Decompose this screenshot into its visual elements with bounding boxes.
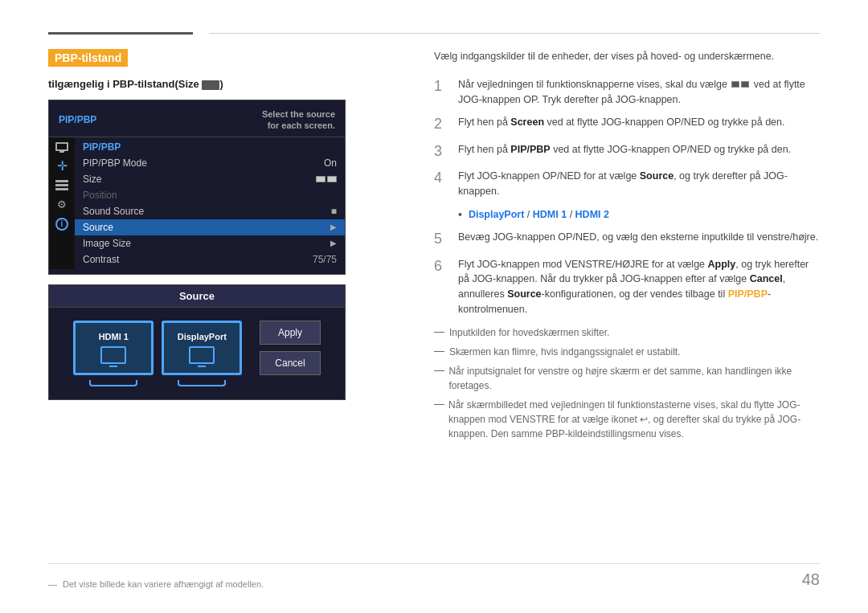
osd-body: ✛ ⚙ i [49,137,345,269]
source-screen-hdmi1: HDMI 1 [73,321,154,386]
osd-item-contrast: Contrast 75/75 [75,251,345,268]
osd-header-desc: Select the sourcefor each screen. [262,108,335,132]
bullet-displayport: DisplayPort / HDMI 1 / HDMI 2 [458,207,820,223]
osd-item-image-size: Image Size ▶ [75,235,345,251]
monitor-stand-dp [178,380,226,386]
layers-shape [55,180,68,191]
page-title-box: PBP-tilstand [48,49,128,67]
source-buttons: Apply Cancel [260,321,320,375]
osd-menu-header: PIP/PBP Select the sourcefor each screen… [49,105,345,137]
info-shape: i [55,218,68,231]
osd-item-pip-pbp: PIP/PBP [75,139,345,155]
note-2: — Skærmen kan flimre, hvis indgangssigna… [434,345,820,359]
osd-items: PIP/PBP PIP/PBP Mode On Size [75,137,345,269]
osd-item-source[interactable]: Source ▶ [75,219,345,235]
osd-item-sound-source: Sound Source ■ [75,203,345,219]
source-box: Source HDMI 1 [48,284,346,400]
source-monitor-hdmi1: HDMI 1 [73,321,154,375]
source-screen-dp: DisplayPort [162,321,242,386]
monitor-icon [54,141,70,153]
left-column: PBP-tilstand tilgængelig i PBP-tilstand(… [48,49,394,555]
osd-menu: PIP/PBP Select the sourcefor each screen… [48,100,346,275]
osd-header-label: PIP/PBP [59,114,96,125]
note-4: — Når skærmbilledet med vejledningen til… [434,398,820,441]
cancel-button[interactable]: Cancel [260,351,320,375]
arrows-shape: ✛ [55,160,68,173]
page-title: PBP-tilstand [55,51,121,64]
top-line-right [209,33,820,34]
monitor-stand-hdmi1 [89,380,137,386]
footer-note: — Det viste billede kan variere afhængig… [48,579,264,589]
notes-section: — Inputkilden for hovedskærmen skifter. … [434,325,820,441]
layers-icon [54,179,70,192]
right-column: Vælg indgangskilder til de enheder, der … [426,49,820,555]
osd-item-mode: PIP/PBP Mode On [75,155,345,171]
osd-item-position: Position [75,187,345,203]
step-1: 1 Når vejledningen til funktionsknappern… [434,77,820,108]
subtitle: tilgængelig i PBP-tilstand(Size ) [48,78,394,90]
top-line-left [48,32,193,35]
step-4: 4 Flyt JOG-knappen OP/NED for at vælge S… [434,169,820,199]
step-6: 6 Flyt JOG-knappen mod VENSTRE/HØJRE for… [434,257,820,317]
osd-sidebar: ✛ ⚙ i [49,137,75,269]
gear-icon: ⚙ [54,198,70,211]
dp-label: DisplayPort [178,332,227,341]
arrows-icon: ✛ [54,160,70,173]
step-5: 5 Bevæg JOG-knappen OP/NED, og vælg den … [434,230,820,248]
top-decorative-lines [48,32,820,35]
source-header: Source [49,285,345,308]
page-number: 48 [802,570,820,589]
page-container: PBP-tilstand tilgængelig i PBP-tilstand(… [0,0,868,613]
gear-shape: ⚙ [55,198,68,211]
source-monitor-dp: DisplayPort [162,321,242,375]
monitor-icon-hdmi1 [100,346,126,364]
source-screens: HDMI 1 DisplayPort [73,321,242,386]
step-2: 2 Flyt hen på Screen ved at flytte JOG-k… [434,115,820,133]
step-3: 3 Flyt hen på PIP/PBP ved at flytte JOG-… [434,142,820,161]
size-icon [202,80,219,90]
hdmi1-label: HDMI 1 [99,332,129,341]
monitor-icon-dp [189,346,215,364]
note-3: — Når inputsignalet for venstre og højre… [434,364,820,393]
main-content: PBP-tilstand tilgængelig i PBP-tilstand(… [48,49,820,555]
osd-item-size: Size [75,171,345,187]
steps-list: 1 Når vejledningen til funktionsknappern… [434,77,820,317]
info-icon: i [54,218,70,231]
monitor-shape [55,142,68,151]
apply-button[interactable]: Apply [260,321,320,345]
note-1: — Inputkilden for hovedskærmen skifter. [434,325,820,340]
intro-text: Vælg indgangskilder til de enheder, der … [434,49,820,64]
source-content: HDMI 1 DisplayPort [49,308,345,399]
page-footer: — Det viste billede kan variere afhængig… [48,563,820,589]
